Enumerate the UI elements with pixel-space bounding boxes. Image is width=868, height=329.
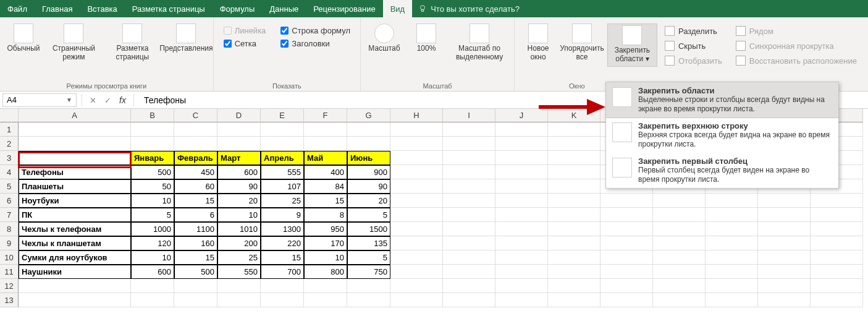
cell[interactable]: Февраль — [174, 151, 217, 165]
cell[interactable]: 10 — [304, 250, 347, 265]
freeze-panes-button[interactable]: Закрепить области ▾ — [607, 24, 657, 67]
sync-scroll-button[interactable]: Синхронная прокрутка — [733, 40, 859, 52]
cell[interactable] — [495, 222, 548, 236]
cell[interactable]: 10 — [217, 208, 261, 222]
cell[interactable] — [390, 194, 443, 208]
cell[interactable]: 20 — [217, 194, 261, 208]
row-header[interactable]: 5 — [0, 179, 19, 194]
cell[interactable] — [495, 293, 548, 307]
cell[interactable] — [390, 279, 443, 293]
cell[interactable] — [758, 222, 811, 236]
cell[interactable] — [706, 222, 758, 236]
cell[interactable]: 120 — [131, 236, 174, 250]
chevron-down-icon[interactable]: ▼ — [66, 96, 72, 103]
cell[interactable] — [261, 137, 304, 151]
tab-insert[interactable]: Вставка — [80, 0, 124, 17]
cell[interactable]: 15 — [304, 194, 347, 208]
cell[interactable] — [811, 194, 863, 208]
tab-page-layout[interactable]: Разметка страницы — [125, 0, 213, 17]
formula-input[interactable]: Телефоны — [137, 95, 186, 105]
cell[interactable]: 550 — [217, 265, 261, 279]
cell[interactable] — [495, 137, 548, 151]
cell[interactable]: Март — [217, 151, 261, 165]
cell[interactable] — [495, 179, 548, 194]
cancel-icon[interactable]: ✕ — [90, 96, 98, 105]
cell[interactable] — [706, 265, 758, 279]
column-header[interactable]: A — [19, 109, 131, 122]
cell[interactable] — [217, 137, 261, 151]
cell[interactable]: 8 — [304, 208, 347, 222]
cell[interactable] — [174, 293, 217, 307]
cell[interactable]: 700 — [261, 265, 304, 279]
cell[interactable] — [443, 208, 495, 222]
cell[interactable] — [390, 165, 443, 179]
cell[interactable] — [495, 236, 548, 250]
tell-me-search[interactable]: Что вы хотите сделать? — [412, 0, 520, 17]
freeze-top-row-option[interactable]: Закрепить верхнюю строкуВерхняя строка в… — [606, 118, 838, 153]
cell[interactable]: 220 — [261, 236, 304, 250]
cell[interactable] — [495, 265, 548, 279]
cell[interactable] — [548, 279, 600, 293]
cell[interactable] — [548, 151, 600, 165]
column-header[interactable]: E — [261, 109, 304, 122]
cell[interactable] — [653, 222, 706, 236]
cell[interactable] — [600, 279, 653, 293]
cell[interactable]: 500 — [174, 265, 217, 279]
row-header[interactable]: 7 — [0, 208, 19, 222]
freeze-panes-option[interactable]: Закрепить областиВыделенные строки и сто… — [605, 82, 839, 118]
cell[interactable] — [443, 236, 495, 250]
cell[interactable]: 1010 — [217, 222, 261, 236]
cell[interactable] — [443, 122, 495, 137]
cell[interactable]: 15 — [174, 250, 217, 265]
zoom-selection-button[interactable]: Масштаб по выделенному — [450, 22, 509, 63]
cell[interactable]: 90 — [347, 179, 390, 194]
cell[interactable] — [304, 279, 347, 293]
cell[interactable] — [19, 293, 131, 307]
cell[interactable] — [706, 293, 758, 307]
cell[interactable] — [653, 236, 706, 250]
side-by-side-button[interactable]: Рядом — [733, 25, 859, 37]
cell[interactable]: 750 — [347, 265, 390, 279]
cell[interactable]: 5 — [347, 250, 390, 265]
freeze-first-column-option[interactable]: Закрепить первый столбецПервый столбец в… — [606, 153, 838, 188]
column-header[interactable]: G — [347, 109, 390, 122]
cell[interactable] — [390, 236, 443, 250]
cell[interactable]: 1300 — [261, 222, 304, 236]
select-all-corner[interactable] — [0, 109, 19, 122]
cell[interactable] — [443, 137, 495, 151]
row-header[interactable]: 8 — [0, 222, 19, 236]
cell[interactable] — [706, 236, 758, 250]
cell[interactable] — [304, 122, 347, 137]
hide-button[interactable]: Скрыть — [662, 40, 725, 52]
cell[interactable] — [443, 194, 495, 208]
unhide-button[interactable]: Отобразить — [662, 54, 725, 67]
column-header[interactable]: B — [131, 109, 174, 122]
cell[interactable] — [600, 208, 653, 222]
cell[interactable] — [758, 250, 811, 265]
cell[interactable]: Телефоны — [19, 165, 131, 179]
cell[interactable] — [390, 208, 443, 222]
cell[interactable] — [390, 137, 443, 151]
tab-data[interactable]: Данные — [262, 0, 306, 17]
cell[interactable]: 50 — [131, 179, 174, 194]
cell[interactable] — [174, 279, 217, 293]
cell[interactable] — [347, 279, 390, 293]
cell[interactable] — [600, 250, 653, 265]
cell[interactable] — [548, 208, 600, 222]
cell[interactable]: 5 — [347, 208, 390, 222]
cell[interactable]: Чехлы к планшетам — [19, 236, 131, 250]
cell[interactable]: Планшеты — [19, 179, 131, 194]
cell[interactable] — [261, 293, 304, 307]
cell[interactable]: 90 — [217, 179, 261, 194]
cell[interactable]: ПК — [19, 208, 131, 222]
cell[interactable] — [600, 194, 653, 208]
cell[interactable] — [811, 293, 863, 307]
cell[interactable] — [653, 208, 706, 222]
cell[interactable] — [347, 137, 390, 151]
cell[interactable] — [174, 137, 217, 151]
cell[interactable]: 25 — [217, 250, 261, 265]
name-box[interactable]: A4▼ — [2, 93, 77, 107]
cell[interactable] — [347, 122, 390, 137]
cell[interactable]: 5 — [131, 208, 174, 222]
cell[interactable] — [600, 265, 653, 279]
